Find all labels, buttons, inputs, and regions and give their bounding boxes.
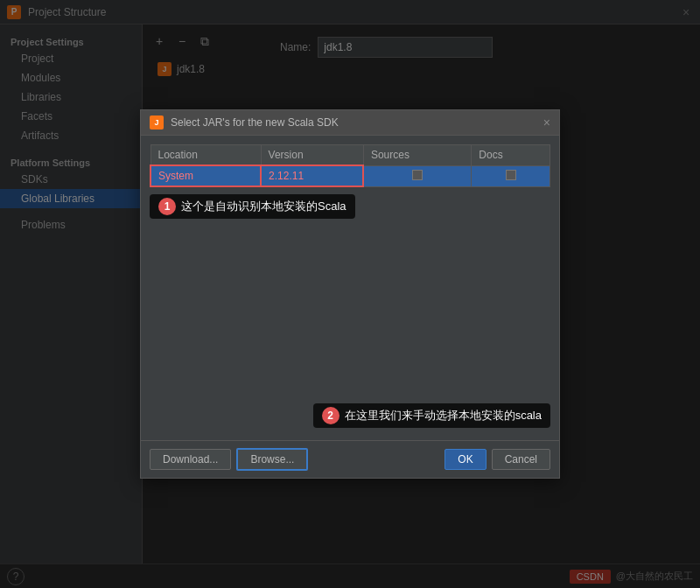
browse-button[interactable]: Browse... xyxy=(236,448,308,471)
annotation-2-badge: 2 xyxy=(322,407,340,424)
dialog-titlebar: J Select JAR's for the new Scala SDK × xyxy=(141,110,559,136)
col-docs: Docs xyxy=(472,145,550,166)
jar-table: Location Version Sources Docs System 2.1… xyxy=(150,144,550,187)
download-button[interactable]: Download... xyxy=(150,449,231,470)
sources-checkbox[interactable] xyxy=(412,170,423,180)
annotation-2-area: 2 在这里我们来手动选择本地安装的scala xyxy=(141,398,559,440)
cancel-button[interactable]: Cancel xyxy=(492,449,550,470)
select-jar-dialog: J Select JAR's for the new Scala SDK × L… xyxy=(140,109,560,479)
cell-location: System xyxy=(150,165,261,186)
dialog-footer: Download... Browse... OK Cancel xyxy=(141,440,559,478)
annotation-1: 1 这个是自动识别本地安装的Scala xyxy=(150,194,355,219)
annotation-1-text: 这个是自动识别本地安装的Scala xyxy=(181,199,346,214)
table-row[interactable]: System 2.12.11 xyxy=(150,165,550,186)
col-version: Version xyxy=(261,145,363,166)
docs-checkbox[interactable] xyxy=(506,170,516,180)
dialog-app-icon: J xyxy=(150,116,164,130)
dialog-overlay: J Select JAR's for the new Scala SDK × L… xyxy=(0,0,700,588)
dialog-title: Select JAR's for the new Scala SDK xyxy=(171,116,536,129)
annotation-2-text: 在这里我们来手动选择本地安装的scala xyxy=(345,408,542,424)
col-sources: Sources xyxy=(363,145,471,166)
cell-version: 2.12.11 xyxy=(261,165,363,186)
dialog-table-area: Location Version Sources Docs System 2.1… xyxy=(141,136,559,398)
col-location: Location xyxy=(150,145,261,166)
dialog-close-button[interactable]: × xyxy=(543,116,550,130)
annotation-1-badge: 1 xyxy=(158,198,176,215)
cell-docs[interactable] xyxy=(472,165,550,186)
cell-sources[interactable] xyxy=(363,165,471,186)
ok-button[interactable]: OK xyxy=(444,449,486,470)
annotation-2: 2 在这里我们来手动选择本地安装的scala xyxy=(313,403,550,428)
